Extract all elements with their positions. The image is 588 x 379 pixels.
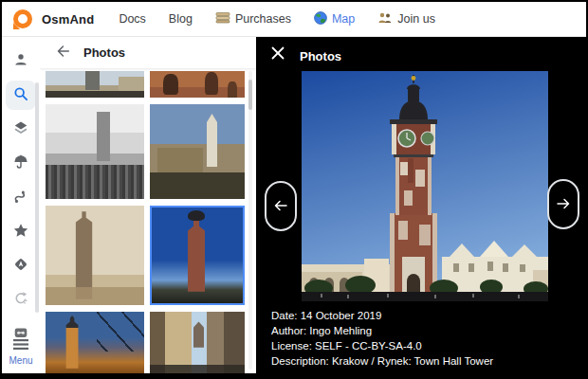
sidebar-item-navigation[interactable]: [6, 251, 36, 280]
photo-thumbnail-3[interactable]: [46, 104, 144, 199]
photos-scrollbar-thumb[interactable]: [248, 80, 252, 110]
sidebar-item-tracks[interactable]: [6, 183, 36, 212]
main-photo: [302, 71, 548, 301]
sidebar-item-tourism[interactable]: [6, 149, 36, 178]
photo-description: Description: Krakow / Rynek: Town Hall T…: [271, 353, 493, 369]
photo-metadata: Date: 14 October 2019 Author: Ingo Mehli…: [271, 308, 493, 369]
nav-docs[interactable]: Docs: [119, 12, 145, 26]
photo-thumbnail-6-selected[interactable]: [150, 206, 245, 305]
photo-date: Date: 14 October 2019: [271, 308, 493, 323]
top-navigation-bar: OsmAnd Docs Blog Purchases: [2, 2, 586, 37]
cash-icon: [215, 11, 230, 27]
nav-purchases[interactable]: Purchases: [215, 11, 291, 27]
photo-author: Author: Ingo Mehling: [271, 323, 493, 338]
next-photo-button[interactable]: [547, 179, 579, 229]
photo-thumbnail-8[interactable]: [150, 312, 245, 373]
umbrella-icon: [12, 153, 29, 174]
photos-list-panel: Photos: [40, 37, 256, 373]
osmand-logo-icon[interactable]: [12, 9, 33, 29]
sidebar-item-favorites[interactable]: [6, 217, 36, 246]
nav-blog[interactable]: Blog: [169, 12, 193, 26]
sidebar-item-search[interactable]: [6, 81, 36, 110]
sidebar-item-plugins[interactable]: [6, 285, 36, 315]
star-icon: [12, 222, 29, 243]
photo-thumbnail-4[interactable]: [150, 104, 245, 199]
crowd: [302, 292, 548, 301]
sidebar-item-layers[interactable]: [6, 115, 36, 144]
close-icon[interactable]: [270, 45, 289, 64]
photo-license: License: SELF - CC-BY-SA-4.0: [271, 338, 493, 353]
hamburger-icon: [12, 337, 29, 353]
app-window: OsmAnd Docs Blog Purchases: [0, 0, 588, 379]
route-icon: [12, 188, 29, 208]
logo-ring: [13, 9, 32, 28]
arrow-right-icon: [556, 196, 571, 213]
sidebar-icon-rail: Menu: [2, 37, 40, 373]
nav-blog-label: Blog: [169, 12, 193, 26]
search-icon: [12, 85, 29, 106]
photo-viewer-panel: Photos: [256, 37, 586, 373]
sidebar-scrollbar[interactable]: [35, 82, 39, 313]
nav-join-us-label: Join us: [397, 12, 435, 26]
nav-map[interactable]: Map: [314, 11, 355, 27]
person-icon: [12, 51, 29, 72]
nav-docs-label: Docs: [119, 12, 145, 26]
top-nav-links: Docs Blog Purchases: [119, 11, 435, 27]
sidebar-item-account[interactable]: [6, 46, 36, 76]
layers-icon: [12, 119, 29, 140]
viewer-title: Photos: [300, 49, 341, 63]
photo-thumbnail-7[interactable]: [46, 312, 144, 373]
sidebar-menu-button[interactable]: Menu: [2, 337, 40, 366]
photo-thumbnail-2[interactable]: [150, 71, 245, 98]
photos-panel-title: Photos: [83, 45, 125, 60]
nav-purchases-label: Purchases: [235, 12, 291, 26]
photo-thumbnail-1[interactable]: [46, 71, 144, 98]
people-icon: [377, 11, 393, 27]
navigate-diamond-icon: [12, 256, 29, 277]
nav-join-us[interactable]: Join us: [377, 11, 435, 27]
previous-photo-button[interactable]: [265, 181, 297, 231]
nav-map-label: Map: [332, 12, 355, 26]
photo-thumbnail-5[interactable]: [46, 206, 144, 305]
back-arrow-icon[interactable]: [54, 43, 71, 63]
menu-label: Menu: [2, 355, 40, 366]
photos-scrollbar-track: [248, 71, 252, 370]
brand-name[interactable]: OsmAnd: [42, 12, 94, 27]
refresh-dotted-icon: [12, 290, 29, 311]
arrow-left-icon: [273, 198, 288, 215]
photos-panel-header: Photos: [40, 37, 256, 68]
globe-icon: [314, 11, 327, 27]
